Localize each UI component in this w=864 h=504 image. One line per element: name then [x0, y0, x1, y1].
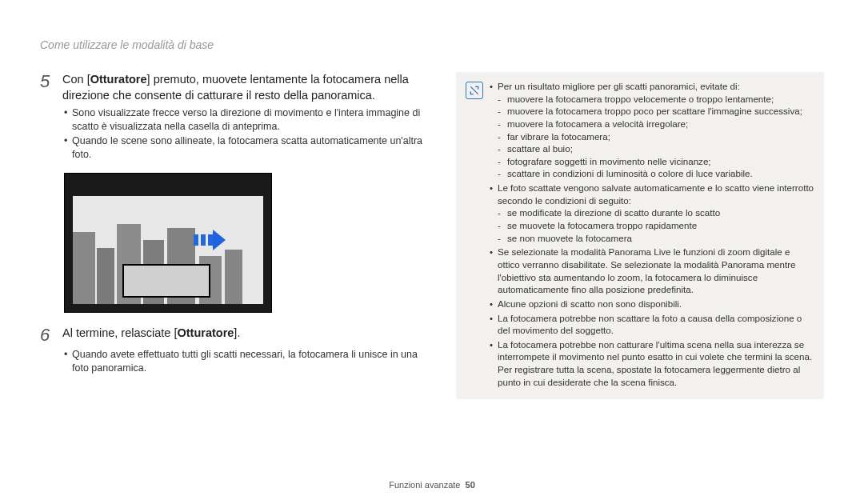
list-item: Quando avete effettuato tutti gli scatti… [64, 348, 432, 375]
note-2-lead: Le foto scattate vengono salvate automat… [498, 182, 814, 206]
page-number: 50 [466, 480, 475, 490]
list-item: scattare in condizioni di luminosità o c… [498, 167, 814, 180]
step-5-text-a: Con [ [62, 73, 90, 86]
step-6: 6 Al termine, relasciate [Otturatore]. Q… [40, 326, 432, 375]
note-list: Per un risultato migliore per gli scatti… [490, 80, 814, 390]
note-2-dash-list: se modificate la direzione di scatto dur… [498, 206, 814, 244]
step-6-text: Al termine, relasciate [Otturatore]. [62, 326, 240, 342]
list-item: muovere la fotocamera troppo poco per sc… [498, 105, 814, 118]
building-shape [73, 232, 95, 304]
step-5: 5 Con [Otturatore] premuto, muovete lent… [40, 72, 432, 162]
section-header: Come utilizzare le modalità di base [40, 38, 214, 51]
building-shape [225, 250, 242, 304]
step-6-number: 6 [40, 326, 54, 345]
footer-label: Funzioni avanzate [389, 480, 460, 490]
step-5-number: 5 [40, 72, 54, 91]
list-item: se muovete la fotocamera troppo rapidame… [498, 219, 814, 232]
list-item: Quando le scene sono allineate, la fotoc… [64, 134, 432, 162]
illustration-sky [73, 196, 263, 304]
list-item: muovere la fotocamera troppo velocemente… [498, 93, 814, 106]
list-item: Le foto scattate vengono salvate automat… [490, 182, 814, 244]
list-item: Se selezionate la modalità Panorama Live… [490, 246, 814, 296]
list-item: far vibrare la fotocamera; [498, 130, 814, 143]
left-column: 5 Con [Otturatore] premuto, muovete lent… [40, 72, 432, 399]
list-item: fotografare soggetti in movimento nelle … [498, 155, 814, 168]
list-item: La fotocamera potrebbe non catturare l'u… [490, 338, 814, 389]
step-5-text: Con [Otturatore] premuto, muovete lentam… [62, 72, 432, 103]
content-area: 5 Con [Otturatore] premuto, muovete lent… [40, 72, 824, 399]
page-footer: Funzioni avanzate 50 [0, 480, 864, 490]
step-5-text-bold: Otturatore [90, 73, 147, 86]
step-6-text-a: Al termine, relasciate [ [62, 326, 177, 339]
note-1-dash-list: muovere la fotocamera troppo velocemente… [498, 93, 814, 180]
right-column: Per un risultato migliore per gli scatti… [456, 72, 824, 399]
note-box: Per un risultato migliore per gli scatti… [456, 72, 824, 399]
list-item: se non muovete la fotocamera [498, 232, 814, 245]
step-6-text-bold: Otturatore [177, 326, 234, 339]
building-shape [97, 248, 114, 304]
step-5-bullets: Sono visualizzate frecce verso la direzi… [64, 106, 432, 162]
list-item: La fotocamera potrebbe non scattare la f… [490, 312, 814, 337]
step-6-text-c: ]. [234, 326, 240, 339]
list-item: Per un risultato migliore per gli scatti… [490, 80, 814, 180]
step-6-bullets: Quando avete effettuato tutti gli scatti… [64, 348, 432, 375]
note-1-lead: Per un risultato migliore per gli scatti… [498, 81, 740, 91]
list-item: Sono visualizzate frecce verso la direzi… [64, 106, 432, 134]
list-item: se modificate la direzione di scatto dur… [498, 206, 814, 219]
list-item: Alcune opzioni di scatto non sono dispon… [490, 298, 814, 310]
list-item: muovere la fotocamera a velocità irregol… [498, 118, 814, 130]
panorama-illustration [64, 173, 272, 313]
preview-box [122, 264, 210, 298]
note-icon [466, 82, 483, 99]
list-item: scattare al buio; [498, 142, 814, 155]
